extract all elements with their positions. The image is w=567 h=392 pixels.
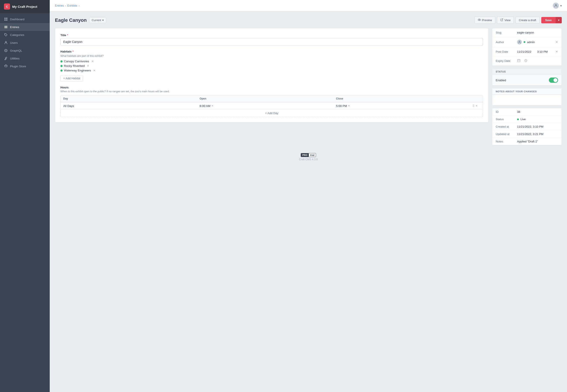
- logo-letter: C: [6, 5, 8, 8]
- eye-icon: [478, 18, 481, 22]
- required-indicator: *: [72, 50, 74, 53]
- svg-rect-5: [4, 27, 7, 27]
- post-date-value[interactable]: 11/21/2022: [517, 50, 534, 53]
- svg-point-13: [519, 41, 520, 42]
- save-dropdown-button[interactable]: ▾: [556, 17, 562, 23]
- habitat-active-dot: [60, 65, 63, 67]
- chevron-down-icon: ▾: [102, 18, 104, 22]
- status-dropdown[interactable]: Current ▾: [89, 17, 106, 23]
- enabled-label: Enabled: [496, 79, 506, 82]
- pro-badge: PRO trial: [59, 153, 557, 158]
- view-button[interactable]: View: [497, 16, 514, 24]
- topbar-user[interactable]: ▾: [553, 3, 562, 9]
- meta-card: Slug eagle-canyon Author admin: [492, 28, 562, 66]
- sidebar-item-categories[interactable]: Categories: [0, 31, 50, 39]
- chevron-down-icon: ▾: [558, 18, 560, 22]
- slug-label: Slug: [496, 31, 515, 34]
- post-time-value[interactable]: 3:10 PM: [537, 50, 554, 53]
- sidebar-item-users[interactable]: Users: [0, 39, 50, 47]
- svg-rect-3: [6, 19, 7, 21]
- page-title: Eagle Canyon: [55, 17, 87, 23]
- habitat-active-dot: [60, 60, 63, 62]
- create-draft-button[interactable]: Create a draft: [516, 17, 539, 24]
- sidebar-item-label: Entries: [10, 26, 19, 29]
- table-row: All Days 8:00 AM ✕ 5:00 PM ✕: [61, 102, 483, 109]
- svg-point-12: [479, 19, 480, 20]
- title-input[interactable]: [60, 38, 483, 45]
- trial-label: trial: [309, 153, 316, 157]
- open-time-clear[interactable]: ✕: [211, 104, 213, 107]
- save-button[interactable]: Save: [541, 17, 556, 23]
- sidebar-item-entries[interactable]: Entries: [0, 23, 50, 31]
- updated-value: 11/21/2022, 3:21 PM: [517, 132, 543, 136]
- habitat-remove-button[interactable]: ✕: [93, 69, 95, 72]
- day-cell: All Days: [61, 103, 197, 109]
- post-date-row: Post Date 11/21/2022 3:10 PM ✕: [492, 47, 562, 56]
- day-column-header: Day: [61, 95, 197, 102]
- app-logo: C: [4, 3, 10, 10]
- footer: PRO trial Craft CMS 4.3.6: [55, 149, 562, 165]
- calendar-icon[interactable]: [517, 59, 521, 63]
- enabled-toggle[interactable]: [549, 78, 558, 83]
- habitat-remove-button[interactable]: ✕: [87, 64, 89, 68]
- notes-input[interactable]: [492, 95, 562, 105]
- sidebar-item-plugin-store[interactable]: Plugin Store: [0, 62, 50, 70]
- graphql-icon: [4, 49, 8, 53]
- author-remove-button[interactable]: ✕: [555, 40, 558, 44]
- add-day-button[interactable]: + Add Day: [60, 110, 483, 117]
- clock-icon[interactable]: [524, 59, 527, 63]
- id-value: 38: [517, 110, 520, 113]
- status-section-header: STATUS: [492, 69, 562, 75]
- close-cell: 5:00 PM ✕: [333, 103, 470, 109]
- sidebar-header: C My Craft Project: [0, 0, 50, 13]
- habitat-list: Canopy Carnivores ✕ Rocky Riverbed ✕ Wat…: [60, 60, 483, 72]
- drag-handle-icon[interactable]: ⠿: [472, 104, 475, 108]
- breadcrumb-entries[interactable]: Entries: [55, 4, 64, 7]
- habitat-remove-button[interactable]: ✕: [91, 60, 94, 63]
- add-habitat-button[interactable]: + Add Habitat: [60, 75, 83, 82]
- version-label: Craft CMS 4.3.6: [59, 158, 557, 161]
- svg-rect-1: [6, 18, 7, 19]
- author-row: Author admin ✕: [492, 37, 562, 47]
- sidebar-item-utilities[interactable]: Utilities: [0, 55, 50, 62]
- topbar: Entries › Exhibits › ▾: [50, 0, 567, 11]
- grid-icon: [4, 17, 8, 21]
- breadcrumb-exhibits[interactable]: Exhibits: [67, 4, 77, 7]
- notes-section: NOTES ABOUT YOUR CHANGES: [492, 88, 562, 105]
- preview-button[interactable]: Preview: [475, 16, 495, 24]
- sidebar-item-label: Users: [10, 41, 18, 44]
- habitat-active-dot: [60, 70, 63, 72]
- main-column: Title * Habitats * What habitats are par…: [55, 28, 489, 126]
- enabled-row: Enabled: [492, 75, 562, 85]
- sidebar-item-graphql[interactable]: GraphQL: [0, 47, 50, 55]
- sidebar-item-dashboard[interactable]: Dashboard: [0, 15, 50, 23]
- status-label: Current: [92, 18, 101, 22]
- hours-hint: When is this exhibit open to the public?…: [60, 90, 483, 93]
- status-label: Status: [496, 118, 515, 121]
- habitats-hint: What habitats are part of this exhibit?: [60, 55, 483, 57]
- required-indicator: *: [67, 34, 68, 37]
- hours-label: Hours: [60, 86, 483, 89]
- habitats-label: Habitats *: [60, 50, 483, 53]
- user-avatar: [553, 3, 559, 9]
- post-date-remove-button[interactable]: ✕: [555, 50, 558, 53]
- status-section: STATUS Enabled: [492, 68, 562, 85]
- list-item: Canopy Carnivores ✕: [60, 60, 483, 63]
- tag-icon: [4, 33, 8, 37]
- row-actions: ⠿ ✕: [470, 102, 483, 109]
- chevron-down-icon: ▾: [560, 4, 562, 7]
- notes-section-header: NOTES ABOUT YOUR CHANGES: [492, 88, 562, 95]
- app-title: My Craft Project: [12, 5, 37, 9]
- list-item: Waterway Engineers ✕: [60, 69, 483, 72]
- user-icon: [4, 41, 8, 45]
- delete-row-button[interactable]: ✕: [475, 104, 477, 107]
- notes-label: Notes: [496, 140, 515, 143]
- hours-table: Day Open Close All Days 8:00 AM: [60, 95, 483, 110]
- post-date-label: Post Date: [496, 50, 515, 53]
- main-card: Title * Habitats * What habitats are par…: [55, 28, 489, 122]
- svg-point-10: [555, 4, 556, 6]
- sidebar-nav: Dashboard Entries Categories: [0, 13, 50, 72]
- close-time-clear[interactable]: ✕: [348, 104, 350, 107]
- slug-value[interactable]: eagle-canyon: [517, 31, 558, 34]
- hours-table-header: Day Open Close: [61, 95, 483, 102]
